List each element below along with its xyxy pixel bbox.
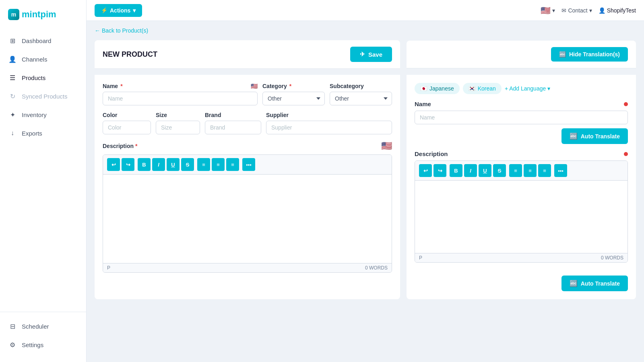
- lightning-icon: ⚡: [101, 7, 107, 13]
- sidebar-bottom: ⊟Scheduler⚙Settings: [0, 312, 86, 362]
- name-field-group: Name * 🇺🇸: [103, 83, 258, 105]
- trans-paragraph-indicator: P: [419, 255, 422, 261]
- translate-name-icon: 🔤: [570, 132, 578, 140]
- page-title: NEW PRODUCT: [103, 50, 157, 59]
- user-icon: 👤: [599, 7, 605, 14]
- color-field-group: Color: [103, 112, 151, 134]
- trans-editor-toolbar: ↩ ↪ B I U S ≡ ≡ ≡ •••: [415, 161, 627, 181]
- category-required: *: [289, 83, 291, 89]
- settings-icon: ⚙: [8, 340, 17, 349]
- name-input[interactable]: [103, 92, 258, 105]
- channels-icon: 👤: [8, 55, 17, 64]
- user-button[interactable]: 👤 ShopifyTest: [599, 7, 636, 14]
- sidebar-item-exports[interactable]: ↓Exports: [0, 124, 86, 142]
- description-required-dot: [624, 152, 628, 156]
- trans-align-center-button[interactable]: ≡: [524, 164, 537, 177]
- sidebar-item-synced-products[interactable]: ↻Synced Products: [0, 87, 86, 105]
- sidebar-item-settings[interactable]: ⚙Settings: [0, 335, 86, 354]
- description-header: Description * 🇺🇸: [103, 141, 392, 151]
- trans-strikethrough-button[interactable]: S: [493, 164, 506, 177]
- us-flag-icon: 🇺🇸: [541, 6, 551, 15]
- sidebar-item-inventory[interactable]: ✦Inventory: [0, 105, 86, 124]
- flag-selector[interactable]: 🇺🇸 ▾: [541, 6, 555, 15]
- editor-paragraph-indicator: P: [107, 265, 110, 271]
- right-panel: 🇯🇵 Japanese 🇰🇷 Korean + Add Language ▾: [407, 75, 636, 299]
- trans-underline-button[interactable]: U: [479, 164, 491, 177]
- sidebar-label-inventory: Inventory: [22, 111, 47, 118]
- size-input[interactable]: [156, 121, 200, 134]
- trans-word-count: 0 WORDS: [601, 255, 623, 261]
- name-translation-group: Name 🔤 Auto Translate: [415, 101, 628, 144]
- supplier-input[interactable]: [266, 121, 392, 134]
- description-translation-editor-body[interactable]: [415, 181, 627, 253]
- bold-button[interactable]: B: [138, 158, 151, 171]
- send-icon: ✈: [360, 51, 365, 58]
- flag-chevron-icon: ▾: [552, 7, 555, 14]
- sidebar-label-products: Products: [22, 74, 45, 81]
- logo-text: mintpim: [22, 9, 56, 20]
- sidebar-item-scheduler[interactable]: ⊟Scheduler: [0, 317, 86, 335]
- main-area: ⚡ Actions ▾ 🇺🇸 ▾ ✉ Contact ▾ 👤 ShopifyTe…: [87, 0, 644, 362]
- translate-bottom-icon: 🔤: [570, 280, 578, 287]
- name-required: *: [120, 83, 122, 89]
- italic-button[interactable]: I: [152, 158, 165, 171]
- trans-more-options-button[interactable]: •••: [554, 164, 567, 177]
- topbar-right: 🇺🇸 ▾ ✉ Contact ▾ 👤 ShopifyTest: [541, 6, 636, 15]
- sidebar-nav: ⊞Dashboard👤Channels☰Products↻Synced Prod…: [0, 28, 86, 312]
- sidebar-item-products[interactable]: ☰Products: [0, 68, 86, 87]
- name-trans-header: Name: [415, 101, 628, 107]
- trans-redo-button[interactable]: ↪: [433, 164, 446, 177]
- contact-button[interactable]: ✉ Contact ▾: [561, 7, 592, 14]
- sidebar-item-dashboard[interactable]: ⊞Dashboard: [0, 31, 86, 50]
- category-field-group: Category * Other Electronics Clothing: [262, 83, 325, 105]
- undo-button[interactable]: ↩: [107, 158, 120, 171]
- sidebar-label-dashboard: Dashboard: [22, 37, 51, 44]
- dashboard-icon: ⊞: [8, 36, 17, 45]
- synced-products-icon: ↻: [8, 92, 17, 101]
- korean-flag-icon: 🇰🇷: [469, 85, 475, 92]
- logo-icon: m: [8, 9, 19, 20]
- editor-toolbar: ↩ ↪ B I U S ≡ ≡ ≡ •••: [103, 155, 392, 175]
- trans-undo-button[interactable]: ↩: [419, 164, 432, 177]
- subcategory-select[interactable]: Other Sub1: [330, 92, 392, 105]
- add-language-button[interactable]: + Add Language ▾: [505, 85, 550, 92]
- trans-align-right-button[interactable]: ≡: [538, 164, 551, 177]
- translate-icon: 🔤: [559, 51, 566, 58]
- name-label: Name * 🇺🇸: [103, 83, 258, 89]
- description-editor-body[interactable]: [103, 175, 392, 263]
- trans-align-left-button[interactable]: ≡: [509, 164, 522, 177]
- redo-button[interactable]: ↪: [122, 158, 134, 171]
- tab-japanese[interactable]: 🇯🇵 Japanese: [415, 83, 460, 94]
- logo: m mintpim: [0, 5, 86, 28]
- align-right-button[interactable]: ≡: [226, 158, 239, 171]
- save-button[interactable]: ✈ Save: [350, 47, 392, 62]
- description-required: *: [135, 143, 137, 149]
- subcategory-label: Subcategory: [330, 83, 392, 89]
- category-label: Category *: [262, 83, 325, 89]
- sidebar-item-channels[interactable]: 👤Channels: [0, 50, 86, 68]
- align-center-button[interactable]: ≡: [212, 158, 225, 171]
- name-translation-input[interactable]: [415, 111, 628, 124]
- category-select[interactable]: Other Electronics Clothing: [262, 92, 325, 105]
- back-link[interactable]: ← Back to Product(s): [95, 27, 636, 34]
- color-input[interactable]: [103, 121, 151, 134]
- brand-field-group: Brand: [205, 112, 261, 134]
- align-left-button[interactable]: ≡: [197, 158, 210, 171]
- sidebar-label-channels: Channels: [22, 56, 47, 63]
- actions-button[interactable]: ⚡ Actions ▾: [95, 4, 142, 17]
- description-translation-editor: ↩ ↪ B I U S ≡ ≡ ≡ •••: [415, 160, 628, 263]
- editor-footer: P 0 WORDS: [103, 263, 392, 272]
- hide-translation-button[interactable]: 🔤 Hide Translation(s): [551, 47, 628, 62]
- contact-chevron-icon: ▾: [589, 7, 592, 14]
- description-editor: ↩ ↪ B I U S ≡ ≡ ≡ •••: [103, 154, 392, 273]
- trans-bold-button[interactable]: B: [450, 164, 462, 177]
- underline-button[interactable]: U: [167, 158, 180, 171]
- more-options-button[interactable]: •••: [242, 158, 255, 171]
- brand-input[interactable]: [205, 121, 261, 134]
- strikethrough-button[interactable]: S: [181, 158, 194, 171]
- auto-translate-bottom-button[interactable]: 🔤 Auto Translate: [561, 276, 628, 291]
- auto-translate-name-button[interactable]: 🔤 Auto Translate: [561, 128, 628, 144]
- tab-korean[interactable]: 🇰🇷 Korean: [463, 83, 502, 94]
- description-label: Description *: [103, 143, 137, 149]
- trans-italic-button[interactable]: I: [464, 164, 477, 177]
